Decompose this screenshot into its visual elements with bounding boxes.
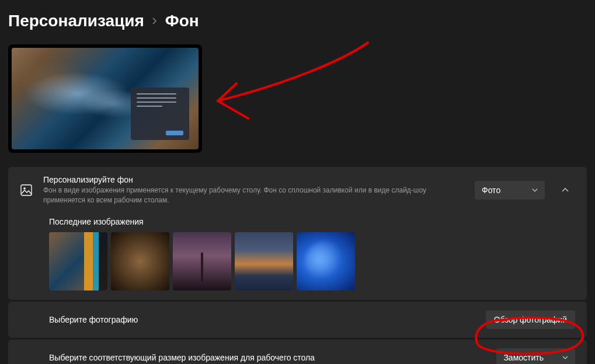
fit-card: Выберите соответствующий размер изображе… (8, 340, 587, 364)
wallpaper-preview-image (12, 48, 199, 149)
chevron-down-icon (562, 356, 568, 359)
background-type-dropdown[interactable]: Фото (475, 181, 545, 200)
recent-image-thumb[interactable] (297, 232, 355, 290)
preview-mock-window (131, 88, 189, 140)
breadcrumb-parent[interactable]: Персонализация (8, 12, 144, 30)
personalize-title: Персонализируйте фон (43, 175, 464, 184)
choose-photo-card: Выберите фотографию Обзор фотографий (8, 302, 587, 338)
fit-dropdown-value: Замостить (503, 353, 544, 362)
fit-label: Выберите соответствующий размер изображе… (49, 353, 315, 362)
recent-image-thumb[interactable] (235, 232, 293, 290)
recent-image-thumb[interactable] (173, 232, 231, 290)
recent-image-thumb[interactable] (49, 232, 107, 290)
breadcrumb: Персонализация Фон (0, 0, 595, 44)
browse-photos-button[interactable]: Обзор фотографий (486, 310, 575, 329)
expand-collapse-button[interactable] (555, 180, 575, 200)
svg-rect-0 (21, 185, 32, 195)
recent-images-section: Последние изображения (8, 214, 587, 300)
fit-dropdown[interactable]: Замостить (496, 348, 575, 364)
desktop-preview (8, 44, 202, 153)
recent-image-thumb[interactable] (111, 232, 169, 290)
personalize-background-card: Персонализируйте фон Фон в виде изображе… (8, 167, 587, 300)
svg-point-1 (23, 187, 26, 190)
recent-images-title: Последние изображения (49, 217, 575, 226)
annotation-arrow (207, 38, 377, 131)
choose-photo-label: Выберите фотографию (49, 315, 138, 324)
breadcrumb-current: Фон (165, 12, 199, 30)
chevron-down-icon (532, 188, 538, 192)
personalize-desc: Фон в виде изображения применяется к тек… (43, 186, 464, 205)
background-type-value: Фото (482, 186, 500, 195)
picture-icon (20, 184, 33, 197)
recent-images-list (49, 232, 575, 290)
chevron-right-icon (151, 18, 158, 24)
chevron-up-icon (562, 188, 569, 192)
